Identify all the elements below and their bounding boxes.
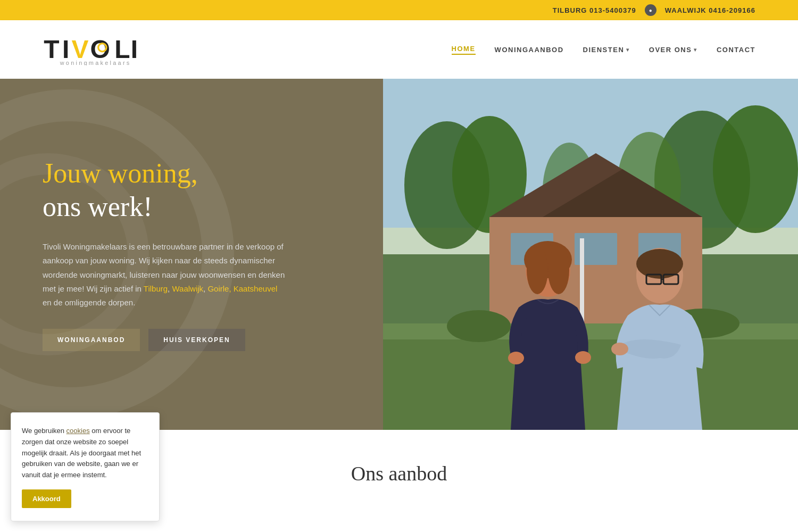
nav-contact[interactable]: CONTACT (717, 46, 755, 54)
hero-title-line2: ons werk! (43, 191, 340, 223)
svg-text:V: V (72, 35, 89, 63)
woningaanbod-button[interactable]: WONINGAANBOD (43, 329, 140, 351)
tilburg-phone[interactable]: TILBURG 013-5400379 (553, 6, 636, 14)
goirle-link[interactable]: Goirle, Kaatsheuvel (207, 284, 277, 293)
hero-right (383, 79, 798, 430)
waalwijk-phone[interactable]: WAALWIJK 0416-209166 (665, 6, 755, 14)
top-bar-content: TILBURG 013-5400379 ● WAALWIJK 0416-2091… (553, 4, 755, 16)
svg-point-32 (575, 351, 591, 364)
svg-text:I: I (131, 35, 138, 63)
svg-text:O: O (90, 35, 110, 63)
hero-buttons: WONINGAANBOD HUIS VERKOPEN (43, 329, 340, 351)
svg-point-24 (447, 310, 511, 342)
svg-point-29 (527, 246, 548, 294)
nav-diensten[interactable]: DIENSTEN ▾ (583, 46, 630, 54)
huis-verkopen-button[interactable]: HUIS VERKOPEN (148, 329, 245, 351)
akkoord-button[interactable]: Akkoord (22, 489, 71, 508)
main-nav: HOME WONINGAANBOD DIENSTEN ▾ OVER ONS ▾ … (452, 45, 755, 55)
diensten-chevron-icon: ▾ (626, 47, 630, 53)
header: T I V O L I woningmakelaars HOME WONINGA… (0, 20, 798, 79)
hero-body-text: Tivoli Woningmakelaars is een betrouwbar… (43, 240, 287, 310)
svg-text:woningmakelaars: woningmakelaars (60, 60, 131, 65)
logo-svg: T I V O L I woningmakelaars (43, 34, 159, 65)
cookie-text: We gebruiken cookies om ervoor te zorgen… (22, 426, 148, 481)
hero-left: Jouw woning, ons werk! Tivoli Woningmake… (0, 79, 383, 430)
svg-text:L: L (114, 35, 130, 63)
nav-home[interactable]: HOME (452, 45, 476, 55)
cookie-bar: We gebruiken cookies om ervoor te zorgen… (11, 412, 160, 521)
logo[interactable]: T I V O L I woningmakelaars (43, 34, 159, 65)
hero-photo (383, 79, 798, 430)
svg-point-13 (713, 105, 798, 233)
svg-rect-22 (383, 334, 798, 430)
over-ons-chevron-icon: ▾ (694, 47, 697, 53)
divider-icon: ● (645, 4, 656, 16)
hero-title-line1: Jouw woning, (43, 157, 340, 189)
tilburg-link[interactable]: Tilburg (144, 284, 168, 293)
svg-point-31 (508, 352, 524, 364)
cookies-link[interactable]: cookies (66, 427, 90, 435)
svg-point-30 (548, 246, 569, 294)
svg-text:T: T (44, 35, 62, 63)
waalwijk-link[interactable]: Waalwijk (172, 284, 203, 293)
nav-over-ons[interactable]: OVER ONS ▾ (649, 46, 697, 54)
hero-section: Jouw woning, ons werk! Tivoli Woningmake… (0, 79, 798, 430)
svg-text:I: I (62, 35, 69, 63)
top-bar: TILBURG 013-5400379 ● WAALWIJK 0416-2091… (0, 0, 798, 20)
nav-woningaanbod[interactable]: WONINGAANBOD (495, 46, 564, 54)
svg-point-38 (611, 343, 628, 355)
